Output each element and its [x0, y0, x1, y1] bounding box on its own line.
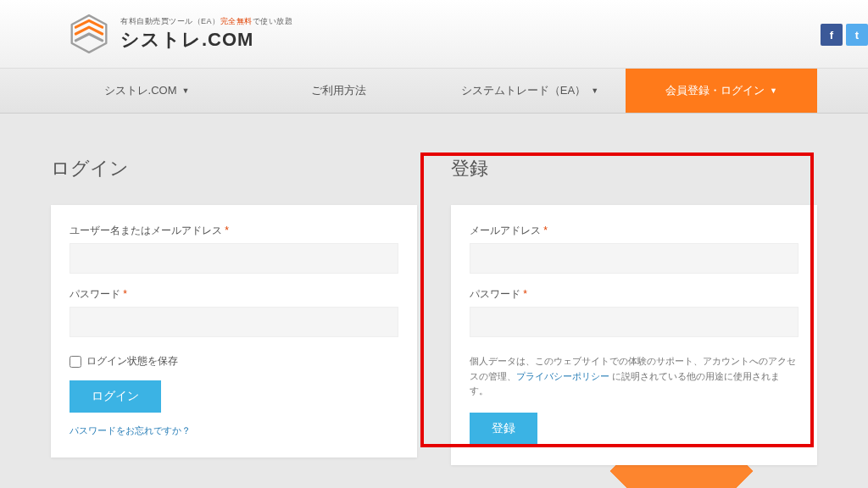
site-header: 有料自動売買ツール（EA）完全無料で使い放題 シストレ.COM f t [0, 0, 868, 68]
logo-text: 有料自動売買ツール（EA）完全無料で使い放題 シストレ.COM [120, 16, 292, 53]
remember-label: ログイン状態を保存 [86, 354, 178, 369]
main-nav: シストレ.COM ▼ ご利用方法 システムトレード（EA） ▼ 会員登録・ログイ… [0, 68, 868, 114]
password-input[interactable] [70, 307, 398, 337]
twitter-icon[interactable]: t [846, 24, 868, 46]
chevron-down-icon: ▼ [182, 86, 190, 95]
nav-label: ご利用方法 [311, 83, 366, 98]
main-content: ログイン ユーザー名またはメールアドレス * パスワード * ログイン状態を保存… [0, 114, 868, 488]
remember-checkbox[interactable] [70, 356, 81, 368]
nav-label: システムトレード（EA） [461, 83, 586, 98]
social-links: f t [821, 24, 868, 46]
nav-item-home[interactable]: シストレ.COM ▼ [51, 69, 242, 113]
brand-name: シストレ.COM [120, 27, 292, 53]
nav-item-system-trade[interactable]: システムトレード（EA） ▼ [434, 69, 626, 113]
nav-label: 会員登録・ログイン [665, 83, 765, 98]
login-button[interactable]: ログイン [70, 380, 161, 413]
forgot-password-link[interactable]: パスワードをお忘れですか？ [70, 424, 398, 437]
username-input[interactable] [70, 243, 398, 274]
register-button[interactable]: 登録 [470, 413, 537, 445]
reg-password-input[interactable] [470, 307, 798, 337]
privacy-policy-link[interactable]: プライバシーポリシー [516, 371, 609, 381]
login-heading: ログイン [51, 156, 417, 181]
register-heading: 登録 [451, 156, 817, 181]
logo[interactable]: 有料自動売買ツール（EA）完全無料で使い放題 シストレ.COM [68, 13, 292, 55]
nav-item-usage[interactable]: ご利用方法 [242, 69, 434, 113]
privacy-note: 個人データは、このウェブサイトでの体験のサポート、アカウントへのアクセスの管理、… [470, 354, 798, 399]
nav-label: シストレ.COM [104, 83, 177, 98]
email-label: メールアドレス * [470, 224, 798, 238]
register-card: メールアドレス * パスワード * 個人データは、このウェブサイトでの体験のサポ… [451, 205, 817, 465]
chevron-down-icon: ▼ [591, 86, 598, 95]
nav-item-signup-login[interactable]: 会員登録・ログイン ▼ [626, 69, 817, 113]
username-label: ユーザー名またはメールアドレス * [70, 224, 398, 238]
login-card: ユーザー名またはメールアドレス * パスワード * ログイン状態を保存 ログイン… [51, 205, 417, 458]
password-label: パスワード * [70, 287, 398, 302]
tagline: 有料自動売買ツール（EA）完全無料で使い放題 [120, 16, 292, 27]
login-panel: ログイン ユーザー名またはメールアドレス * パスワード * ログイン状態を保存… [51, 156, 417, 488]
email-input[interactable] [470, 243, 798, 274]
reg-password-label: パスワード * [470, 287, 798, 302]
register-panel: 登録 メールアドレス * パスワード * 個人データは、このウェブサイトでの体験… [451, 156, 817, 488]
logo-icon [68, 13, 110, 55]
remember-row: ログイン状態を保存 [70, 354, 398, 369]
facebook-icon[interactable]: f [821, 24, 843, 46]
chevron-down-icon: ▼ [770, 86, 777, 95]
